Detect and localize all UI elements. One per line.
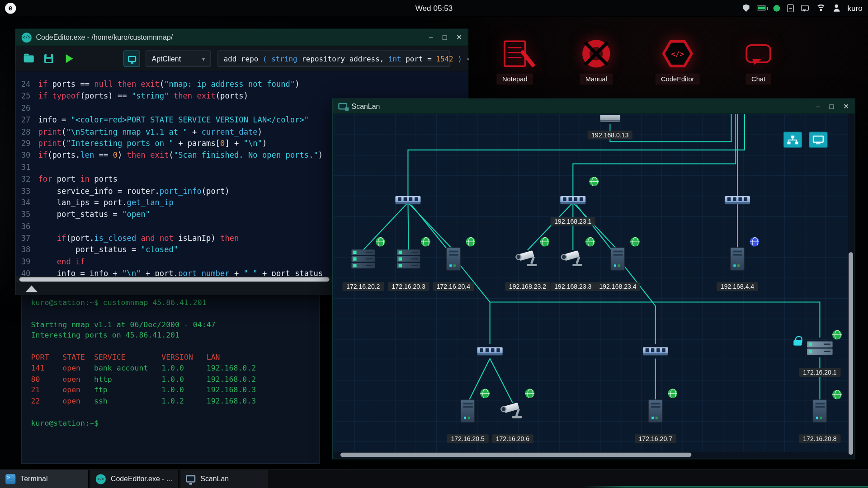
globe-icon	[668, 389, 677, 398]
taskbar-accent	[582, 486, 868, 488]
notes-icon[interactable]	[787, 4, 794, 12]
function-signature-dropdown[interactable]: add_repo ( string repository_address, in…	[217, 50, 450, 67]
server-icon	[397, 249, 420, 268]
save-button[interactable]	[40, 50, 57, 67]
text-token: 21	[31, 385, 40, 394]
text-token: +	[188, 127, 202, 136]
open-file-button[interactable]	[20, 50, 37, 67]
text-token: ssh 1.0.2 192.168.0.3	[80, 396, 256, 405]
text-token: print	[38, 139, 61, 148]
text-token: "<color=red>PORT STATE SERVICE VERSION L…	[71, 115, 309, 124]
text-token: "\n"	[244, 139, 262, 148]
shield-icon[interactable]	[743, 4, 750, 12]
text-token	[192, 92, 197, 101]
text-token	[40, 385, 62, 394]
switch-icon	[560, 196, 585, 204]
node-ip-label: 172.16.20.1	[799, 368, 841, 377]
line-number: 39	[16, 256, 38, 268]
close-button[interactable]: ✕	[843, 102, 849, 110]
text-token	[40, 396, 62, 405]
desktop-icon-chat[interactable]: Chat	[726, 39, 791, 85]
vertical-scrollbar[interactable]	[848, 114, 854, 457]
desktop-icon-codeeditor[interactable]: </> CodeEditor	[646, 39, 710, 85]
network-map[interactable]: 192.168.0.13192.168.23.1172.16.20.2172.1…	[334, 114, 854, 457]
line-number: 27	[16, 114, 38, 126]
status-dot-icon[interactable]	[773, 5, 780, 11]
text-token: if	[57, 234, 66, 243]
battery-icon[interactable]	[757, 5, 766, 10]
text-token: string	[271, 55, 302, 63]
scroll-up-arrow[interactable]	[25, 286, 38, 292]
text-token: not	[160, 234, 174, 243]
globe-icon	[376, 237, 385, 247]
desktop-icon-notepad[interactable]: Notepad	[483, 39, 547, 85]
text-token: 22	[31, 396, 40, 405]
line-number: 34	[16, 197, 38, 209]
desktop-icon-manual[interactable]: Manual	[564, 39, 628, 85]
username: kuro	[847, 4, 862, 13]
terminal-line: kuro@station:~$ customnmap 45.86.41.201	[31, 297, 320, 308]
text-token: + port.	[141, 269, 179, 276]
globe-blue-icon	[750, 237, 760, 247]
client-dropdown[interactable]: AptClient ▾	[146, 50, 211, 67]
network-tree-icon	[787, 135, 798, 144]
globe-icon	[589, 177, 599, 186]
minimize-button[interactable]: –	[816, 102, 820, 110]
text-token: then	[118, 80, 136, 89]
user-icon[interactable]	[833, 5, 840, 12]
text-token: then	[220, 234, 239, 243]
globe-icon	[421, 237, 430, 247]
chevron-down-icon: ▾	[202, 56, 205, 61]
maximize-button[interactable]: □	[830, 102, 834, 110]
terminal-line	[31, 407, 320, 418]
node-ip-label: 172.16.20.4	[433, 282, 474, 291]
wifi-icon[interactable]	[816, 5, 826, 12]
text-token: (port)	[202, 186, 230, 195]
play-icon	[66, 54, 73, 63]
text-token: Interesting ports on 45.86.41.201	[31, 330, 179, 339]
scanlan-titlebar[interactable]: ScanLan – □ ✕	[333, 99, 855, 114]
codeeditor-titlebar[interactable]: CodeEditor.exe - /home/kuro/customnmap/ …	[16, 29, 468, 46]
line-number: 33	[16, 185, 38, 197]
line-number: 25	[16, 90, 38, 102]
taskbar-item-scanlan[interactable]: ScanLan	[180, 470, 269, 488]
close-button[interactable]: ✕	[456, 33, 462, 41]
line-number: 40	[16, 268, 38, 276]
taskbar-item-terminal[interactable]: Terminal	[0, 470, 89, 488]
terminal-window[interactable]: kuro@station:~$ customnmap 45.86.41.201 …	[21, 290, 320, 464]
switch-icon	[477, 347, 503, 355]
terminal-line: 141 open bank_account 1.0.0 192.168.0.2	[31, 363, 320, 374]
lan-view-button[interactable]	[783, 131, 802, 148]
line-number: 29	[16, 138, 38, 150]
taskbar-item-codeeditor[interactable]: CodeEditor.exe - ...	[90, 470, 179, 488]
code-line[interactable]: 24if ports == null then exit("nmap: ip a…	[16, 79, 468, 90]
lock-icon	[793, 336, 802, 346]
scanlan-icon	[186, 475, 195, 483]
target-client-button[interactable]	[123, 50, 140, 67]
scrollbar-thumb[interactable]	[849, 252, 853, 455]
node-ip-label: 192.168.23.3	[551, 282, 595, 291]
run-button[interactable]	[60, 50, 77, 67]
os-logo-icon[interactable]: e	[5, 3, 16, 14]
text-token: lan_ips = port.	[38, 198, 127, 207]
switch-icon	[725, 196, 750, 204]
scrollbar-thumb[interactable]	[340, 453, 691, 457]
text-token: +	[230, 269, 244, 276]
minimize-button[interactable]: –	[429, 33, 433, 41]
text-token: exit	[150, 150, 169, 160]
maximize-button[interactable]: □	[443, 33, 447, 41]
text-token: http 1.0.0 192.168.0.2	[80, 374, 256, 383]
chat-icon[interactable]	[801, 5, 809, 11]
remote-view-button[interactable]	[809, 131, 828, 148]
terminal-line	[31, 308, 320, 319]
window-title: CodeEditor.exe - /home/kuro/customnmap/	[36, 33, 173, 41]
scrollbar-thumb[interactable]	[19, 277, 330, 282]
system-topbar: e Wed 05:53 kuro	[0, 0, 868, 17]
text-token: is_closed	[94, 234, 136, 243]
text-token: open	[62, 363, 80, 372]
node-ip-label: 172.16.20.7	[635, 434, 676, 443]
scanlan-tools	[783, 131, 828, 148]
text-token	[44, 363, 62, 372]
horizontal-scrollbar[interactable]	[334, 452, 848, 457]
terminal-line: 22 open ssh 1.0.2 192.168.0.3	[31, 396, 320, 407]
